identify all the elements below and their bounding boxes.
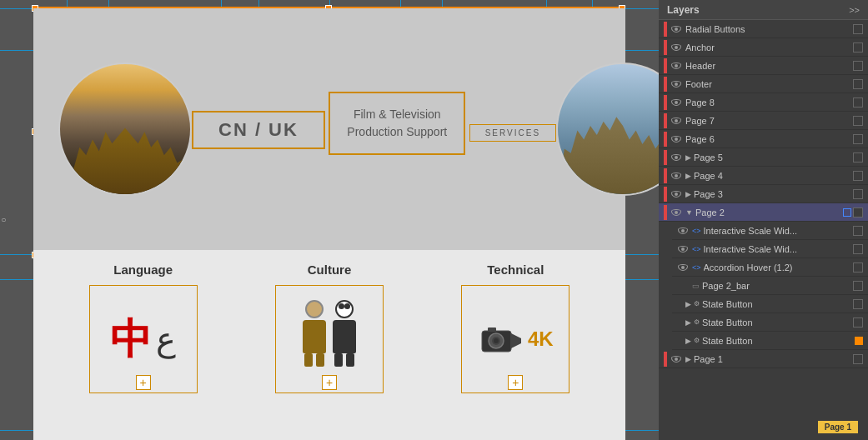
layer-item[interactable]: Footer bbox=[659, 75, 868, 93]
layer-checkbox[interactable] bbox=[853, 262, 863, 272]
4k-label: 4K bbox=[528, 329, 554, 349]
layers-expand-icon[interactable]: >> bbox=[849, 5, 860, 15]
expand-arrow-icon[interactable]: ▶ bbox=[685, 190, 691, 198]
svg-marker-5 bbox=[511, 333, 521, 348]
services-button[interactable]: SERVICES bbox=[469, 124, 556, 142]
layer-item-child[interactable]: ▶ ⚙ State Button bbox=[672, 332, 868, 350]
layer-checkbox[interactable] bbox=[853, 299, 863, 309]
layer-color bbox=[664, 150, 667, 165]
layer-name: Radial Buttons bbox=[685, 24, 853, 34]
layer-visibility-toggle[interactable] bbox=[677, 225, 689, 237]
svg-point-3 bbox=[494, 338, 499, 343]
layer-name: Interactive Scale Wid... bbox=[704, 226, 853, 236]
layer-indicator bbox=[843, 208, 851, 217]
layer-visibility-toggle[interactable] bbox=[677, 243, 689, 255]
svg-rect-4 bbox=[488, 328, 496, 332]
layer-visibility-toggle[interactable] bbox=[670, 60, 682, 72]
ruler-label: 0 bbox=[0, 218, 8, 222]
layer-item[interactable]: Page 6 bbox=[659, 130, 868, 148]
layer-checkbox[interactable] bbox=[853, 116, 863, 126]
layer-item-child[interactable]: <> Interactive Scale Wid... bbox=[672, 240, 868, 258]
layer-visibility-toggle[interactable] bbox=[670, 188, 682, 200]
london-image bbox=[556, 62, 659, 196]
layer-visibility-toggle[interactable] bbox=[677, 262, 689, 273]
cn-uk-title: CN / UK bbox=[218, 119, 299, 140]
layer-visibility-toggle[interactable] bbox=[670, 78, 682, 90]
layer-name: Page 3 bbox=[694, 189, 853, 199]
tech-icons: 4K bbox=[478, 321, 554, 358]
layer-checkbox[interactable] bbox=[853, 226, 863, 236]
technical-plus-icon[interactable]: + bbox=[508, 375, 523, 390]
technical-title: Technical bbox=[440, 262, 590, 277]
expand-arrow-icon[interactable]: ▶ bbox=[685, 318, 691, 327]
layer-name: Page 2_bar bbox=[702, 281, 853, 291]
layer-checkbox[interactable] bbox=[853, 42, 863, 52]
layer-name: Page 5 bbox=[694, 152, 853, 162]
language-title: Language bbox=[68, 262, 218, 277]
expand-arrow-icon[interactable]: ▶ bbox=[685, 153, 691, 162]
expand-arrow-icon[interactable]: ▼ bbox=[685, 208, 693, 217]
layer-checkbox[interactable] bbox=[853, 208, 863, 218]
canvas-area: CN / UK Film & Television Production Sup… bbox=[0, 0, 659, 440]
layer-color bbox=[664, 132, 667, 147]
layer-checkbox[interactable] bbox=[853, 98, 863, 108]
layer-checkbox[interactable] bbox=[853, 134, 863, 144]
layer-color bbox=[664, 168, 667, 183]
layer-color bbox=[664, 205, 667, 220]
layers-title: Layers bbox=[667, 4, 700, 16]
layer-checkbox[interactable] bbox=[853, 152, 863, 162]
layer-visibility-toggle[interactable] bbox=[670, 97, 682, 108]
layer-visibility-toggle[interactable] bbox=[670, 115, 682, 127]
expand-arrow-icon[interactable]: ▶ bbox=[685, 300, 691, 308]
layer-visibility-toggle[interactable] bbox=[670, 133, 682, 145]
layer-visibility-toggle[interactable] bbox=[670, 207, 682, 218]
code-tag-icon: <> bbox=[692, 245, 701, 253]
layer-item-page1[interactable]: ▶ Page 1 bbox=[659, 350, 868, 368]
layer-checkbox[interactable] bbox=[853, 79, 863, 89]
layer-name: Anchor bbox=[685, 42, 853, 52]
layer-visibility-toggle[interactable] bbox=[670, 152, 682, 163]
language-plus-icon[interactable]: + bbox=[136, 375, 151, 390]
layer-visibility-toggle[interactable] bbox=[670, 42, 682, 53]
layer-color bbox=[664, 22, 667, 37]
layer-item[interactable]: ▶ Page 4 bbox=[659, 167, 868, 185]
culture-plus-icon[interactable]: + bbox=[322, 375, 337, 390]
center-content: CN / UK Film & Television Production Sup… bbox=[192, 92, 556, 168]
layer-name: Page 8 bbox=[685, 98, 853, 108]
layer-item-child[interactable]: <> Accordion Hover (1.2) bbox=[672, 258, 868, 277]
layer-checkbox[interactable] bbox=[853, 189, 863, 199]
chinese-char: 中 bbox=[110, 312, 152, 368]
layer-checkbox[interactable] bbox=[853, 61, 863, 71]
layer-item[interactable]: Radial Buttons bbox=[659, 20, 868, 38]
layer-visibility-toggle[interactable] bbox=[670, 170, 682, 182]
layer-item-page2[interactable]: ▼ Page 2 bbox=[659, 203, 868, 222]
layers-header: Layers >> bbox=[659, 0, 868, 20]
layer-item[interactable]: ▶ Page 3 bbox=[659, 185, 868, 203]
expand-arrow-icon[interactable]: ▶ bbox=[685, 355, 691, 363]
layer-name: Page 1 bbox=[694, 354, 853, 364]
layer-checkbox[interactable] bbox=[853, 171, 863, 181]
layer-checkbox[interactable] bbox=[853, 354, 863, 364]
state-icon: ⚙ bbox=[694, 300, 700, 308]
technical-category: Technical 4K bbox=[440, 262, 590, 436]
layer-item[interactable]: ▶ Page 5 bbox=[659, 148, 868, 167]
layer-item-child[interactable]: ▶ ⚙ State Button bbox=[672, 295, 868, 313]
layer-checkbox[interactable] bbox=[853, 318, 863, 328]
layer-visibility-toggle[interactable] bbox=[670, 353, 682, 365]
layer-checkbox[interactable] bbox=[853, 24, 863, 34]
layer-item-child[interactable]: ▭ Page 2_bar bbox=[672, 277, 868, 295]
layer-item[interactable]: Page 8 bbox=[659, 93, 868, 112]
layer-item-child[interactable]: ▶ ⚙ State Button bbox=[672, 313, 868, 332]
layer-item-child[interactable]: <> Interactive Scale Wid... bbox=[672, 222, 868, 240]
expand-arrow-icon[interactable]: ▶ bbox=[685, 337, 691, 345]
layer-item[interactable]: Page 7 bbox=[659, 112, 868, 130]
layer-checkbox[interactable] bbox=[853, 281, 863, 291]
layer-item[interactable]: Anchor bbox=[659, 38, 868, 57]
expand-arrow-icon[interactable]: ▶ bbox=[685, 172, 691, 180]
layer-color bbox=[664, 40, 667, 55]
layer-item[interactable]: Header bbox=[659, 57, 868, 75]
layer-checkbox[interactable] bbox=[853, 244, 863, 254]
layer-name: Page 7 bbox=[685, 116, 853, 126]
layer-visibility-toggle[interactable] bbox=[670, 23, 682, 35]
film-box: Film & Television Production Support bbox=[329, 92, 465, 155]
